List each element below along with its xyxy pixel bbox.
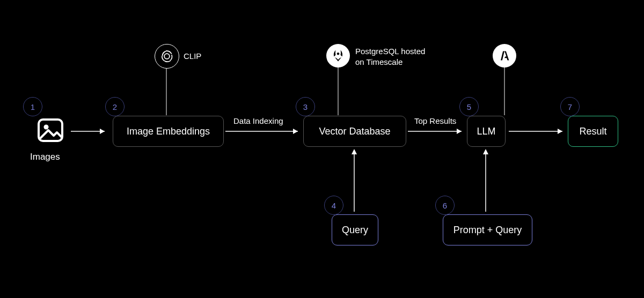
node-image-embeddings: Image Embeddings	[113, 116, 224, 147]
clip-label: CLIP	[184, 51, 201, 62]
badge-4: 4	[324, 196, 343, 215]
images-label: Images	[30, 152, 60, 162]
node-prompt-query: Prompt + Query	[443, 214, 532, 245]
svg-marker-5	[457, 129, 462, 134]
badge-3: 3	[296, 97, 315, 116]
badge-1: 1	[23, 97, 42, 116]
node-llm-label: LLM	[477, 126, 495, 137]
badge-5: 5	[459, 97, 479, 116]
connectors	[0, 0, 644, 298]
anthropic-icon	[493, 44, 516, 68]
node-query: Query	[332, 214, 378, 245]
timescale-icon	[326, 44, 350, 68]
svg-point-16	[44, 125, 49, 130]
node-query-label: Query	[342, 225, 368, 236]
openai-icon	[155, 44, 179, 69]
images-icon-wrapper	[35, 115, 65, 145]
svg-marker-7	[558, 129, 562, 134]
node-result-label: Result	[579, 126, 606, 137]
svg-point-18	[337, 53, 340, 55]
svg-point-17	[164, 54, 170, 59]
node-result: Result	[568, 116, 618, 147]
node-prompt-query-label: Prompt + Query	[453, 225, 522, 236]
badge-7: 7	[560, 97, 580, 116]
node-llm: LLM	[467, 116, 506, 147]
node-image-embeddings-label: Image Embeddings	[127, 126, 210, 137]
svg-marker-1	[100, 129, 105, 134]
diagram-canvas: 1 Images Image Embeddings 2 Vector Datab…	[0, 0, 644, 298]
edge-label-data-indexing: Data Indexing	[233, 116, 283, 125]
edge-label-top-results: Top Results	[414, 116, 456, 125]
image-icon	[35, 115, 65, 145]
timescale-label: PostgreSQL hosted on Timescale	[355, 46, 425, 67]
svg-marker-9	[352, 149, 357, 154]
svg-marker-3	[293, 129, 298, 134]
svg-marker-11	[483, 149, 488, 154]
node-vector-database-label: Vector Database	[319, 126, 390, 137]
badge-2: 2	[105, 97, 125, 116]
badge-6: 6	[435, 196, 455, 215]
node-vector-database: Vector Database	[303, 116, 406, 147]
